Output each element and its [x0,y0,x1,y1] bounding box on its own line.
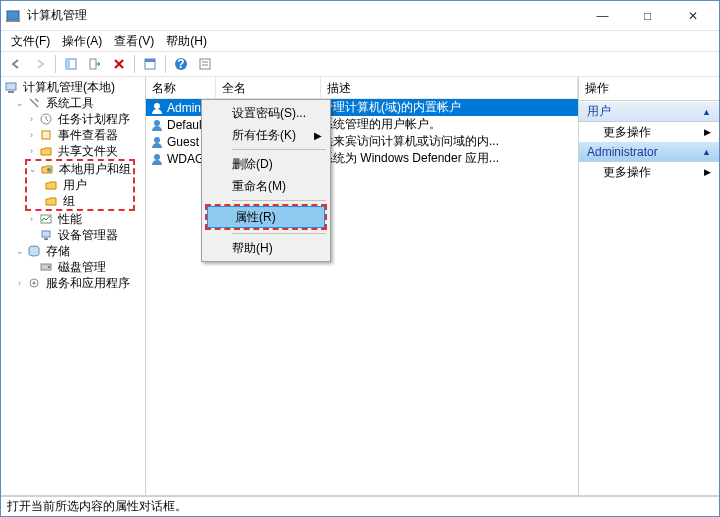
highlighted-region: ⌄本地用户和组 用户 组 [25,159,135,211]
tree-disk-management[interactable]: 磁盘管理 [3,259,143,275]
refresh-button[interactable] [139,53,161,75]
action-more-users[interactable]: 更多操作▶ [579,122,719,142]
menu-all-tasks[interactable]: 所有任务(K)▶ [204,124,328,146]
svg-rect-9 [200,59,210,69]
svg-rect-15 [42,131,50,139]
svg-rect-19 [44,238,48,240]
expand-icon[interactable]: › [27,147,36,156]
perf-icon [38,211,54,227]
submenu-arrow-icon: ▶ [314,130,322,141]
user-icon [150,118,164,132]
menu-delete[interactable]: 删除(D) [204,153,328,175]
services-icon [26,275,42,291]
users-folder-icon [40,161,55,177]
properties-button[interactable] [194,53,216,75]
svg-point-28 [154,154,160,160]
user-desc: 系统为 Windows Defender 应用... [321,150,578,167]
actions-header: 操作 [579,77,719,101]
svg-rect-3 [66,59,70,69]
tree-services-apps[interactable]: ›服务和应用程序 [3,275,143,291]
svg-rect-18 [42,231,50,237]
col-description[interactable]: 描述 [321,77,578,98]
show-hide-button[interactable] [60,53,82,75]
svg-point-27 [154,137,160,143]
menu-separator [232,149,326,150]
expand-icon[interactable]: › [27,215,36,224]
help-button[interactable]: ? [170,53,192,75]
svg-rect-13 [8,91,14,93]
tree-device-manager[interactable]: 设备管理器 [3,227,143,243]
tree-storage[interactable]: ⌄存储 [3,243,143,259]
tree-label: 性能 [56,211,84,228]
menu-properties[interactable]: 属性(R) [207,206,325,228]
menu-rename[interactable]: 重命名(M) [204,175,328,197]
user-desc: 系统管理的用户帐户。 [321,116,578,133]
toolbar-separator [55,55,56,73]
user-icon [150,135,164,149]
tree-label: 设备管理器 [56,227,120,244]
svg-text:?: ? [177,57,184,71]
tree-task-scheduler[interactable]: ›任务计划程序 [3,111,143,127]
menu-view[interactable]: 查看(V) [108,31,160,52]
expand-icon[interactable]: › [27,115,36,124]
menu-separator [232,200,326,201]
tools-icon [26,95,42,111]
export-button[interactable] [84,53,106,75]
col-name[interactable]: 名称 [146,77,216,98]
status-text: 打开当前所选内容的属性对话框。 [7,498,187,515]
user-desc: 供来宾访问计算机或访问域的内... [321,133,578,150]
collapse-arrow-icon: ▲ [702,107,711,117]
toolbar-separator [165,55,166,73]
toolbar-separator [134,55,135,73]
column-headers: 名称 全名 描述 [146,77,578,99]
collapse-icon[interactable]: ⌄ [29,165,38,174]
nav-tree: 计算机管理(本地) ⌄系统工具 ›任务计划程序 ›事件查看器 ›共享文件夹 ⌄本… [1,77,146,495]
menu-help[interactable]: 帮助(H) [204,237,328,259]
tree-users[interactable]: 用户 [27,177,133,193]
menu-help[interactable]: 帮助(H) [160,31,213,52]
close-button[interactable]: ✕ [670,1,715,31]
svg-rect-6 [145,59,155,62]
tree-root[interactable]: 计算机管理(本地) [3,79,143,95]
forward-button[interactable] [29,53,51,75]
svg-point-24 [33,282,36,285]
tree-label: 磁盘管理 [56,259,108,276]
menu-label: 属性(R) [235,209,276,226]
status-bar: 打开当前所选内容的属性对话框。 [1,496,719,516]
actions-pane: 操作 用户▲ 更多操作▶ Administrator▲ 更多操作▶ [579,77,719,495]
tree-label: 存储 [44,243,72,260]
expand-icon[interactable]: › [15,279,24,288]
menu-set-password[interactable]: 设置密码(S)... [204,102,328,124]
svg-rect-0 [7,11,19,20]
menu-file[interactable]: 文件(F) [5,31,56,52]
clock-icon [38,111,54,127]
action-group-users[interactable]: 用户▲ [579,102,719,122]
maximize-button[interactable]: □ [625,1,670,31]
user-name: Guest [167,135,199,149]
menu-label: 重命名(M) [232,178,286,195]
minimize-button[interactable]: — [580,1,625,31]
submenu-arrow-icon: ▶ [704,167,711,177]
tree-groups[interactable]: 组 [27,193,133,209]
tree-label: 共享文件夹 [56,143,120,160]
tree-event-viewer[interactable]: ›事件查看器 [3,127,143,143]
action-group-administrator[interactable]: Administrator▲ [579,142,719,162]
collapse-icon[interactable]: ⌄ [15,99,24,108]
action-label: 更多操作 [603,164,651,181]
svg-point-25 [154,103,160,109]
tree-local-users-groups[interactable]: ⌄本地用户和组 [27,161,133,177]
collapse-icon[interactable]: ⌄ [15,247,24,256]
back-button[interactable] [5,53,27,75]
tree-system-tools[interactable]: ⌄系统工具 [3,95,143,111]
storage-icon [26,243,42,259]
menu-action[interactable]: 操作(A) [56,31,108,52]
col-fullname[interactable]: 全名 [216,77,321,98]
tree-performance[interactable]: ›性能 [3,211,143,227]
user-icon [150,101,164,115]
folder-icon [43,177,59,193]
expand-icon[interactable]: › [27,131,36,140]
menubar: 文件(F) 操作(A) 查看(V) 帮助(H) [1,31,719,51]
delete-button[interactable] [108,53,130,75]
action-more-admin[interactable]: 更多操作▶ [579,162,719,182]
tree-shared-folders[interactable]: ›共享文件夹 [3,143,143,159]
